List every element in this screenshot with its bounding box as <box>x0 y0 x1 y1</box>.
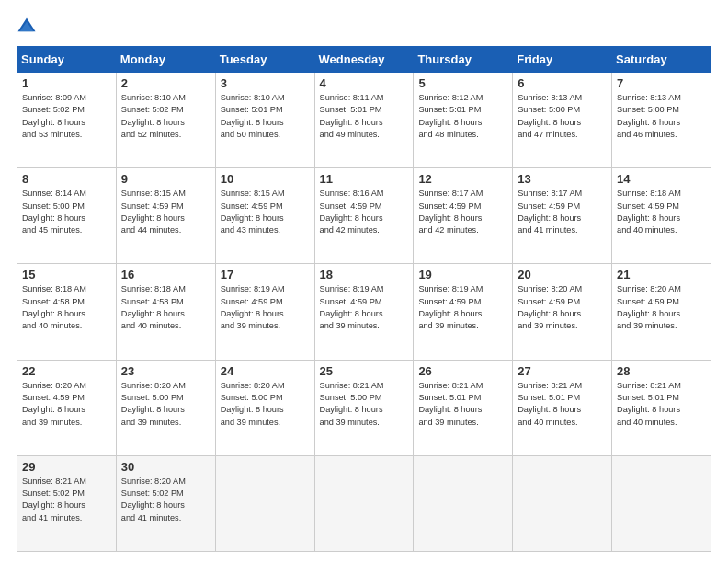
day-number: 10 <box>221 172 310 186</box>
calendar-week-row: 1Sunrise: 8:09 AMSunset: 5:02 PMDaylight… <box>17 73 711 168</box>
calendar-cell <box>612 455 711 551</box>
calendar-cell: 22Sunrise: 8:20 AMSunset: 4:59 PMDayligh… <box>17 360 117 455</box>
calendar-cell: 27Sunrise: 8:21 AMSunset: 5:01 PMDayligh… <box>513 360 612 455</box>
day-number: 6 <box>518 76 607 90</box>
day-number: 17 <box>221 268 310 282</box>
day-info: Sunrise: 8:12 AMSunset: 5:01 PMDaylight:… <box>418 92 507 141</box>
day-info: Sunrise: 8:20 AMSunset: 5:00 PMDaylight:… <box>221 380 310 429</box>
calendar-week-row: 8Sunrise: 8:14 AMSunset: 5:00 PMDaylight… <box>17 168 711 264</box>
day-info: Sunrise: 8:21 AMSunset: 5:01 PMDaylight:… <box>418 380 507 429</box>
day-number: 28 <box>617 364 706 378</box>
day-number: 5 <box>418 76 507 90</box>
calendar-cell <box>314 455 414 551</box>
day-number: 14 <box>617 172 706 186</box>
day-info: Sunrise: 8:20 AMSunset: 4:59 PMDaylight:… <box>518 283 607 332</box>
calendar-cell: 10Sunrise: 8:15 AMSunset: 4:59 PMDayligh… <box>215 168 314 264</box>
day-number: 30 <box>121 460 210 474</box>
calendar-weekday-wednesday: Wednesday <box>314 47 414 73</box>
calendar-week-row: 29Sunrise: 8:21 AMSunset: 5:02 PMDayligh… <box>17 455 711 551</box>
calendar-cell: 11Sunrise: 8:16 AMSunset: 4:59 PMDayligh… <box>314 168 414 264</box>
calendar-cell: 12Sunrise: 8:17 AMSunset: 4:59 PMDayligh… <box>414 168 513 264</box>
day-info: Sunrise: 8:14 AMSunset: 5:00 PMDaylight:… <box>22 188 111 236</box>
day-info: Sunrise: 8:18 AMSunset: 4:58 PMDaylight:… <box>121 283 210 332</box>
calendar-cell <box>215 455 314 551</box>
day-number: 9 <box>121 172 210 186</box>
day-number: 1 <box>22 76 111 90</box>
calendar-header-row: SundayMondayTuesdayWednesdayThursdayFrid… <box>17 47 711 73</box>
calendar-weekday-monday: Monday <box>116 47 215 73</box>
day-info: Sunrise: 8:11 AMSunset: 5:01 PMDaylight:… <box>320 92 409 141</box>
day-info: Sunrise: 8:21 AMSunset: 5:02 PMDaylight:… <box>22 476 111 524</box>
calendar-weekday-saturday: Saturday <box>612 47 711 73</box>
calendar-cell: 29Sunrise: 8:21 AMSunset: 5:02 PMDayligh… <box>17 455 117 551</box>
day-info: Sunrise: 8:18 AMSunset: 4:58 PMDaylight:… <box>22 283 111 332</box>
calendar-cell <box>513 455 612 551</box>
calendar-cell: 30Sunrise: 8:20 AMSunset: 5:02 PMDayligh… <box>116 455 215 551</box>
day-number: 24 <box>221 364 310 378</box>
calendar-cell: 16Sunrise: 8:18 AMSunset: 4:58 PMDayligh… <box>116 264 215 360</box>
day-info: Sunrise: 8:17 AMSunset: 4:59 PMDaylight:… <box>418 188 507 236</box>
calendar-week-row: 15Sunrise: 8:18 AMSunset: 4:58 PMDayligh… <box>17 264 711 360</box>
logo <box>17 17 39 37</box>
calendar-cell: 2Sunrise: 8:10 AMSunset: 5:02 PMDaylight… <box>116 73 215 168</box>
day-number: 2 <box>121 76 210 90</box>
calendar-weekday-friday: Friday <box>513 47 612 73</box>
day-number: 18 <box>320 268 409 282</box>
day-number: 15 <box>22 268 111 282</box>
day-info: Sunrise: 8:18 AMSunset: 4:59 PMDaylight:… <box>617 188 706 236</box>
day-number: 27 <box>518 364 607 378</box>
calendar-cell: 1Sunrise: 8:09 AMSunset: 5:02 PMDaylight… <box>17 73 117 168</box>
day-info: Sunrise: 8:13 AMSunset: 5:00 PMDaylight:… <box>518 92 607 141</box>
day-number: 12 <box>418 172 507 186</box>
calendar-table: SundayMondayTuesdayWednesdayThursdayFrid… <box>17 46 711 552</box>
day-info: Sunrise: 8:20 AMSunset: 5:02 PMDaylight:… <box>121 476 210 524</box>
calendar-cell: 4Sunrise: 8:11 AMSunset: 5:01 PMDaylight… <box>314 73 414 168</box>
calendar-cell: 8Sunrise: 8:14 AMSunset: 5:00 PMDaylight… <box>17 168 117 264</box>
day-info: Sunrise: 8:21 AMSunset: 5:01 PMDaylight:… <box>617 380 706 429</box>
day-info: Sunrise: 8:19 AMSunset: 4:59 PMDaylight:… <box>418 283 507 332</box>
calendar-cell: 28Sunrise: 8:21 AMSunset: 5:01 PMDayligh… <box>612 360 711 455</box>
day-info: Sunrise: 8:09 AMSunset: 5:02 PMDaylight:… <box>22 92 111 141</box>
calendar-cell: 7Sunrise: 8:13 AMSunset: 5:00 PMDaylight… <box>612 73 711 168</box>
day-info: Sunrise: 8:20 AMSunset: 4:59 PMDaylight:… <box>617 283 706 332</box>
day-info: Sunrise: 8:17 AMSunset: 4:59 PMDaylight:… <box>518 188 607 236</box>
day-info: Sunrise: 8:20 AMSunset: 5:00 PMDaylight:… <box>121 380 210 429</box>
calendar-cell: 23Sunrise: 8:20 AMSunset: 5:00 PMDayligh… <box>116 360 215 455</box>
day-info: Sunrise: 8:21 AMSunset: 5:01 PMDaylight:… <box>518 380 607 429</box>
day-number: 21 <box>617 268 706 282</box>
calendar-cell: 19Sunrise: 8:19 AMSunset: 4:59 PMDayligh… <box>414 264 513 360</box>
calendar-week-row: 22Sunrise: 8:20 AMSunset: 4:59 PMDayligh… <box>17 360 711 455</box>
calendar-cell: 18Sunrise: 8:19 AMSunset: 4:59 PMDayligh… <box>314 264 414 360</box>
day-info: Sunrise: 8:15 AMSunset: 4:59 PMDaylight:… <box>221 188 310 236</box>
day-info: Sunrise: 8:16 AMSunset: 4:59 PMDaylight:… <box>320 188 409 236</box>
calendar-cell: 25Sunrise: 8:21 AMSunset: 5:00 PMDayligh… <box>314 360 414 455</box>
day-info: Sunrise: 8:15 AMSunset: 4:59 PMDaylight:… <box>121 188 210 236</box>
day-info: Sunrise: 8:13 AMSunset: 5:00 PMDaylight:… <box>617 92 706 141</box>
calendar-weekday-sunday: Sunday <box>17 47 117 73</box>
calendar-cell: 21Sunrise: 8:20 AMSunset: 4:59 PMDayligh… <box>612 264 711 360</box>
calendar-weekday-thursday: Thursday <box>414 47 513 73</box>
generalblue-icon <box>17 17 37 37</box>
day-number: 22 <box>22 364 111 378</box>
calendar-cell <box>414 455 513 551</box>
day-number: 19 <box>418 268 507 282</box>
day-number: 4 <box>320 76 409 90</box>
day-number: 29 <box>22 460 111 474</box>
day-number: 25 <box>320 364 409 378</box>
day-number: 3 <box>221 76 310 90</box>
calendar-cell: 17Sunrise: 8:19 AMSunset: 4:59 PMDayligh… <box>215 264 314 360</box>
calendar-cell: 9Sunrise: 8:15 AMSunset: 4:59 PMDaylight… <box>116 168 215 264</box>
day-number: 16 <box>121 268 210 282</box>
day-number: 26 <box>418 364 507 378</box>
day-info: Sunrise: 8:10 AMSunset: 5:02 PMDaylight:… <box>121 92 210 141</box>
calendar-cell: 24Sunrise: 8:20 AMSunset: 5:00 PMDayligh… <box>215 360 314 455</box>
day-info: Sunrise: 8:10 AMSunset: 5:01 PMDaylight:… <box>221 92 310 141</box>
day-number: 13 <box>518 172 607 186</box>
page-header <box>17 17 711 37</box>
day-info: Sunrise: 8:19 AMSunset: 4:59 PMDaylight:… <box>320 283 409 332</box>
calendar-cell: 20Sunrise: 8:20 AMSunset: 4:59 PMDayligh… <box>513 264 612 360</box>
calendar-weekday-tuesday: Tuesday <box>215 47 314 73</box>
day-number: 20 <box>518 268 607 282</box>
calendar-cell: 13Sunrise: 8:17 AMSunset: 4:59 PMDayligh… <box>513 168 612 264</box>
day-number: 11 <box>320 172 409 186</box>
